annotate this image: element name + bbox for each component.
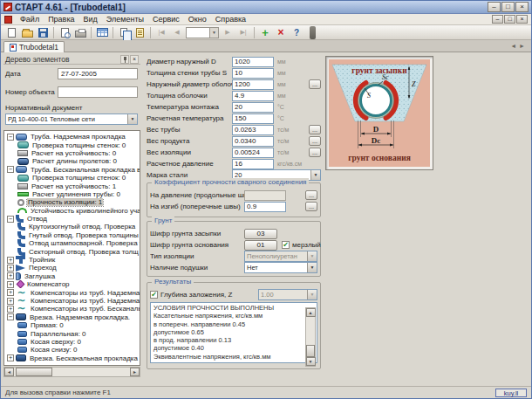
maximize-button[interactable]: □ [501,2,515,12]
tree-item[interactable]: +Компенсаторы из труб. Бесканальная [4,305,140,313]
nav-prev-icon[interactable]: ◀ [169,26,185,39]
expander-plus-icon[interactable]: + [7,354,14,361]
mdi-restore-button[interactable]: □ [504,15,515,24]
form-value-input[interactable] [232,148,274,158]
help-icon[interactable]: ? [289,26,304,39]
print-icon[interactable] [72,26,88,39]
depth-checkbox[interactable]: ✔ [150,291,158,299]
form-value-input[interactable] [232,114,274,124]
bedding-select[interactable]: Нет ▼ [244,262,317,273]
tree-item[interactable]: Проверка толщины стенок: 0 [4,174,140,182]
results-vertical-scrollbar[interactable]: ▲ ▼ [305,307,316,367]
base-code-button[interactable]: 01 [244,240,277,251]
expander-plus-icon[interactable]: + [7,289,14,296]
weld-bending-ellipsis-button[interactable]: ... [305,202,317,211]
tab-trubodetal1[interactable]: Trubodetal1 [3,41,65,52]
expander-minus-icon[interactable]: − [7,313,14,320]
scroll-down-icon[interactable]: ▼ [306,357,316,366]
tree-item[interactable]: +Заглушка [4,272,140,280]
minimize-button[interactable]: – [488,2,501,12]
form-value-input[interactable] [232,136,274,147]
table-icon[interactable] [94,26,110,39]
nav-next-icon[interactable]: ▶ [220,26,235,39]
nav-last-icon[interactable]: ▶| [235,26,251,39]
tree-item[interactable]: −Труба. Бесканальная прокладка в гру [4,166,140,174]
ellipsis-button[interactable]: ... [309,79,321,89]
expander-minus-icon[interactable]: − [7,134,14,141]
weld-bending-input[interactable] [244,202,286,212]
depth-select[interactable]: 1.00 ▼ [258,289,317,300]
panel-close-icon[interactable]: × [130,55,139,64]
tree-item[interactable]: Прочность изоляции: 1 [4,198,140,206]
expander-plus-icon[interactable]: + [7,265,14,272]
form-value-input[interactable] [232,102,274,113]
scrollbar-thumb[interactable] [16,368,52,376]
menu-Окно[interactable]: Окно [184,14,211,24]
pin-icon[interactable] [120,55,129,64]
tree-item[interactable]: Гнутый отвод. Проверка толщины [4,231,140,239]
tree-item[interactable]: Секторный отвод. Проверка толщ [4,247,140,255]
save-icon[interactable] [35,26,51,39]
form-value-input[interactable] [232,159,274,169]
expander-plus-icon[interactable]: + [7,272,14,279]
backfill-code-button[interactable]: 03 [244,229,277,239]
menu-Элементы[interactable]: Элементы [102,14,148,24]
tree-item[interactable]: +Врезка. Бесканальная прокладка в гр [4,354,140,362]
tree-item[interactable]: Проверка толщины стенок: 0 [4,141,140,148]
weld-pressure-ellipsis-button[interactable]: ... [305,190,317,200]
frozen-checkbox[interactable]: ✔ [282,241,290,249]
menu-Правка[interactable]: Правка [44,14,78,24]
delete-icon[interactable]: × [273,26,289,39]
expander-plus-icon[interactable]: + [7,306,14,313]
overflow-icon[interactable] [304,26,320,39]
scroll-right-icon[interactable]: ► [130,368,140,376]
ellipsis-button[interactable]: ... [309,125,321,134]
insulation-type-select[interactable]: Пенополиуретан ▼ [244,251,317,262]
form-value-input[interactable] [232,91,274,101]
menu-Сервис[interactable]: Сервис [148,14,184,24]
weld-pressure-input[interactable] [244,190,286,201]
form-value-input[interactable] [232,79,274,90]
scroll-left-icon[interactable]: ◄ [4,368,14,376]
expander-plus-icon[interactable]: + [7,281,14,288]
add-icon[interactable]: + [257,26,273,39]
tree-item[interactable]: Устойчивость криволинейного уча [4,207,140,215]
date-field[interactable]: 27-07-2005 [58,68,138,79]
object-number-field[interactable] [58,86,138,98]
menu-Справка[interactable]: Справка [211,14,250,24]
ellipsis-button[interactable]: ... [309,148,321,157]
form-value-input[interactable] [232,68,274,79]
tree-item[interactable]: Крутоизогнутый отвод. Проверка [4,223,140,230]
close-button[interactable]: × [515,2,529,12]
tree-item[interactable]: Параллельная: 0 [4,329,140,337]
menu-Файл[interactable]: Файл [16,14,44,24]
report-icon[interactable] [132,26,147,39]
preview-icon[interactable] [57,26,72,39]
tree-item[interactable]: +Переход [4,264,140,272]
scroll-up-icon[interactable]: ▲ [306,308,316,317]
nav-first-icon[interactable]: |◀ [153,26,169,39]
tab-scroll-arrows[interactable]: ◄► [510,43,528,49]
tree-item[interactable]: +Компенсаторы из труб. Надземная про [4,288,140,296]
copy-icon[interactable] [116,26,132,39]
tree-item[interactable]: Расчет удлинения трубы: 0 [4,190,140,198]
open-icon[interactable] [19,26,35,39]
tree-item[interactable]: Расчет на устойчивость: 0 [4,149,140,157]
record-number-combo[interactable]: ▼ [186,27,219,38]
tree-item[interactable]: Отвод штампосварной. Проверка т [4,239,140,247]
form-value-input[interactable] [232,57,274,67]
tree-item[interactable]: Расчет длины пролетов: 0 [4,157,140,165]
tree-item[interactable]: +Тройник [4,256,140,264]
mdi-close-button[interactable]: × [516,15,528,24]
tree-item[interactable]: Косая снизу: 0 [4,346,140,354]
expander-plus-icon[interactable]: + [7,298,14,305]
tree-item[interactable]: −Врезка. Надземная прокладка. [4,313,140,321]
tree-horizontal-scrollbar[interactable]: ◄ ► [3,367,140,377]
expander-plus-icon[interactable]: + [7,257,14,264]
tree-item[interactable]: Косая сверху: 0 [4,338,140,346]
tree-item[interactable]: +Компенсаторы из труб. Надземная про [4,297,140,305]
tree-item[interactable]: −Отвод [4,215,140,223]
normdoc-select[interactable]: РД 10-400-01 Тепловые сети ▼ [5,114,138,125]
expander-minus-icon[interactable]: − [7,216,14,223]
tree-item[interactable]: Расчет на устойчивость: 1 [4,182,140,189]
